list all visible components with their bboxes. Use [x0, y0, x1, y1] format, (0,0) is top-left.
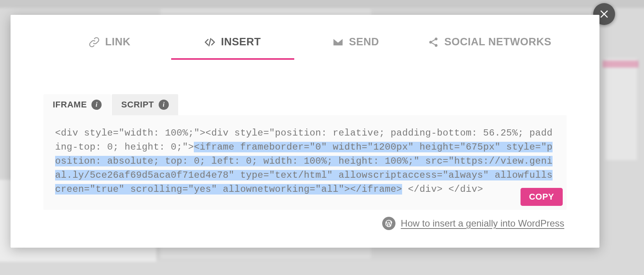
help-row: How to insert a genially into WordPress: [43, 210, 567, 230]
tab-send[interactable]: SEND: [294, 30, 417, 60]
tab-send-label: SEND: [349, 36, 379, 48]
share-modal: LINK INSERT SEND SOCIAL NETWORKS IFRAME …: [11, 15, 599, 248]
svg-point-1: [435, 38, 437, 40]
tab-content: IFRAME i SCRIPT i <div style="width: 100…: [11, 60, 599, 230]
info-icon[interactable]: i: [159, 100, 169, 110]
sub-tabs: IFRAME i SCRIPT i: [43, 94, 567, 115]
tab-link-label: LINK: [105, 36, 131, 48]
tab-social-label: SOCIAL NETWORKS: [444, 36, 551, 48]
wordpress-icon: [382, 217, 395, 230]
embed-code-box[interactable]: <div style="width: 100%;"><div style="po…: [43, 115, 567, 210]
mail-icon: [333, 37, 343, 48]
code-icon: [204, 37, 215, 48]
svg-point-2: [435, 44, 437, 46]
subtab-iframe[interactable]: IFRAME i: [43, 94, 111, 115]
info-icon[interactable]: i: [91, 100, 102, 110]
close-icon: [599, 9, 609, 19]
subtab-iframe-label: IFRAME: [53, 100, 87, 110]
tab-insert-label: INSERT: [221, 36, 261, 48]
code-post: </div> </div>: [402, 184, 483, 195]
svg-point-0: [429, 41, 432, 43]
main-tabs: LINK INSERT SEND SOCIAL NETWORKS: [11, 15, 599, 60]
tab-insert[interactable]: INSERT: [171, 30, 294, 60]
subtab-script-label: SCRIPT: [121, 100, 154, 110]
link-icon: [89, 37, 100, 48]
embed-code-text[interactable]: <div style="width: 100%;"><div style="po…: [55, 126, 555, 196]
tab-social[interactable]: SOCIAL NETWORKS: [417, 30, 562, 60]
tab-link[interactable]: LINK: [48, 30, 171, 60]
share-icon: [428, 37, 439, 48]
subtab-script[interactable]: SCRIPT i: [112, 94, 178, 115]
help-link[interactable]: How to insert a genially into WordPress: [401, 218, 564, 229]
copy-button[interactable]: COPY: [521, 188, 563, 206]
